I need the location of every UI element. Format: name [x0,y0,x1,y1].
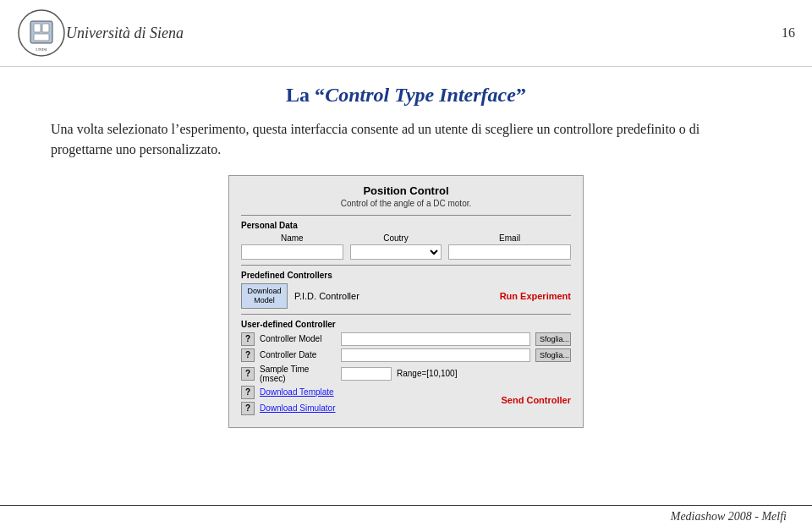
email-label: Email [448,233,571,243]
controller-data-row: ? Controller Date Sfoglia... [241,348,571,362]
controller-model-label: Controller Model [260,334,336,343]
footer-text: Mediashow 2008 - Melfi [671,506,787,524]
download-model-button[interactable]: Download Model [241,283,288,309]
controller-data-input[interactable] [341,348,530,362]
university-name: Università di Siena [66,25,782,42]
range-label: Range=[10,100] [397,369,457,378]
sfoglia-model-button[interactable]: Sfoglia... [535,332,571,346]
pid-label: P.I.D. Controller [294,291,493,301]
help-download-simulator[interactable]: ? [241,402,255,415]
user-defined-label: User-defined Controller [241,320,571,329]
sample-time-input[interactable] [341,367,392,381]
bottom-row: ? Download Template ? Download Simulator… [241,386,571,415]
divider-2 [241,265,571,266]
help-controller-model[interactable]: ? [241,332,255,346]
sample-time-label: Sample Time (msec) [260,365,336,383]
header: UNISI Università di Siena 16 [0,0,812,67]
slide-title: La “Control Type Interface” [51,84,761,107]
form-panel: Position Control Control of the angle of… [228,175,584,428]
download-simulator-row: ? Download Simulator [241,402,336,415]
user-defined-section: User-defined Controller ? Controller Mod… [241,320,571,415]
download-simulator-link[interactable]: Download Simulator [260,403,336,413]
form-title: Position Control [241,184,571,197]
name-label: Name [241,233,343,243]
name-column: Name [241,233,343,260]
send-controller-button[interactable]: Send Controller [501,395,571,405]
predefined-section: Predefined Controllers Download Model P.… [241,271,571,309]
divider-3 [241,314,571,315]
form-subtitle: Control of the angle of a DC motor. [241,199,571,208]
svg-rect-4 [34,34,49,41]
download-links-col: ? Download Template ? Download Simulator [241,386,336,415]
svg-rect-3 [42,24,49,32]
email-column: Email [448,233,571,260]
page-number: 16 [782,25,795,41]
personal-data-row: Name Coutry Email [241,233,571,260]
svg-text:UNISI: UNISI [36,47,47,52]
name-input[interactable] [241,244,343,260]
email-input[interactable] [448,244,571,260]
country-label: Coutry [350,233,442,243]
main-content: La “Control Type Interface” Una volta se… [0,67,812,445]
help-sample-time[interactable]: ? [241,367,255,381]
personal-data-section: Personal Data Name Coutry Email [241,221,571,260]
sample-time-row: ? Sample Time (msec) Range=[10,100] [241,365,571,383]
country-column: Coutry [350,233,442,260]
controller-model-input[interactable] [341,332,530,346]
download-template-link[interactable]: Download Template [260,387,334,397]
predefined-label: Predefined Controllers [241,271,571,280]
controller-model-row: ? Controller Model Sfoglia... [241,332,571,346]
run-experiment-button[interactable]: Run Experiment [500,291,571,301]
help-controller-data[interactable]: ? [241,348,255,362]
country-select[interactable] [350,244,442,260]
controller-data-label: Controller Date [260,350,336,359]
personal-data-label: Personal Data [241,221,571,230]
divider-1 [241,215,571,216]
sfoglia-data-button[interactable]: Sfoglia... [535,348,571,362]
university-logo: UNISI [17,8,66,58]
slide-body: Una volta selezionato l’esperimento, que… [51,119,761,160]
predefined-row: Download Model P.I.D. Controller Run Exp… [241,283,571,309]
download-template-row: ? Download Template [241,386,336,399]
slide-title-text: La “Control Type Interface” [286,84,526,106]
help-download-template[interactable]: ? [241,386,255,399]
svg-rect-2 [34,24,41,32]
footer: Mediashow 2008 - Melfi [0,505,812,524]
